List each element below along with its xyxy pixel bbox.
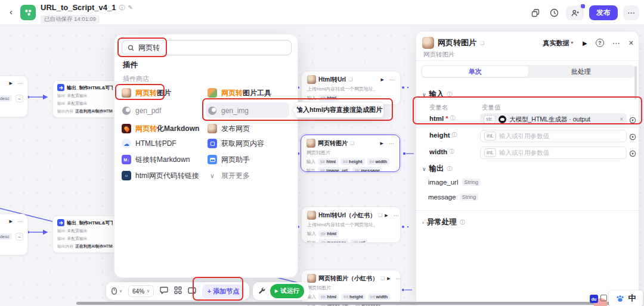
tray-icon[interactable] — [600, 295, 607, 301]
value-input-width[interactable]: int. 输入或引用参数值 — [480, 146, 627, 159]
chevron-down-icon: ∨ — [208, 171, 217, 180]
param-pill: intwidth — [368, 293, 391, 300]
node-more-icon[interactable]: ⋯ — [17, 218, 23, 224]
run-node-icon[interactable]: ▶ — [583, 40, 587, 46]
output-node-icon — [57, 219, 64, 226]
tab-batch[interactable]: 批处理 — [528, 66, 634, 77]
partial-node[interactable]: ▶ ⋯ s_desc − — [0, 214, 28, 255]
node-web2img-xhs[interactable]: 网页转图片（小红书） ❏ ▶ ⋯ 网页转图片 输入 strhtml inthei… — [301, 270, 401, 306]
plugin-item-gen-pdf[interactable]: gen_pdf — [122, 103, 161, 118]
value-input-html[interactable]: str. 大模型_HTML生成器 · output × — [480, 113, 627, 126]
tools-button[interactable] — [258, 286, 265, 296]
row-label: 输出 — [57, 93, 66, 99]
outputs-label: 输出 — [306, 168, 315, 173]
tag-icon: ❏ — [480, 40, 484, 46]
comment-button[interactable] — [160, 286, 168, 296]
node-description: 上传html内容转成一个网页地址。 — [307, 86, 395, 92]
history-icon[interactable] — [547, 7, 561, 20]
edit-title-icon[interactable]: ✎ — [128, 4, 132, 11]
input-section-header[interactable]: ∨ 输入 ⓘ — [422, 89, 453, 99]
horizontal-scrollbar[interactable] — [76, 302, 642, 305]
partial-node[interactable]: ▶ ⋯ s_desc − — [0, 76, 28, 117]
run-node-icon[interactable]: ▶ — [10, 219, 13, 224]
plugin-item-htmlcode2link[interactable]: ‹› html网页代码转链接 — [122, 168, 199, 183]
node-more-icon[interactable]: ⋯ — [389, 77, 395, 83]
clear-value-icon[interactable]: × — [620, 116, 623, 123]
canvas-toolbar: ∨ 64% ∨ + 添加节点 — [106, 282, 249, 300]
node-html2url-xhs[interactable]: Html转Url（小红书） ❏ ▶ ⋯ 上传html内容转成一个网页地址。 输入… — [301, 207, 401, 243]
node-web2img-selected[interactable]: 网页转图片 ❏ ▶ ⋯ 网页转图片 输入 strhtml intheight i… — [301, 135, 400, 172]
ime-language[interactable]: 中 — [628, 293, 636, 304]
chevron-down-icon: ∨ — [422, 92, 426, 98]
plugin-avatar — [307, 274, 316, 283]
plugin-item-fetch-page[interactable]: 获取网页内容 — [208, 136, 264, 151]
close-panel-icon[interactable]: ✕ — [628, 39, 634, 47]
row-value: 未配置输出 — [67, 101, 88, 107]
node-more-icon[interactable]: ⋯ — [394, 213, 399, 218]
paw-icon[interactable] — [616, 295, 624, 302]
add-node-button[interactable]: + 添加节点 — [202, 285, 244, 298]
node-description: 网页转图片 — [306, 149, 394, 156]
plugin-item-web-assistant[interactable]: 网页助手 — [208, 152, 250, 167]
minimap-button[interactable] — [188, 286, 196, 296]
section-plugin-store: 插件商店 — [123, 74, 149, 83]
plugin-item-web2img-tool[interactable]: 网页转图片工具 — [208, 85, 271, 101]
panel-scrollbar[interactable] — [634, 66, 637, 99]
back-button[interactable]: ‹ — [10, 7, 13, 17]
panel-subtitle: 网页转图片 — [423, 51, 455, 59]
output-section-header[interactable]: ∨ 输出 ⓘ — [422, 164, 453, 174]
node-html2url[interactable]: Html转Url ❏ ▶ ⋯ 上传html内容转成一个网页地址。 输入 strh… — [301, 71, 401, 105]
run-node-icon[interactable]: ▶ — [387, 276, 390, 281]
plugin-item-html2pdf[interactable]: ☁ HTML转PDF — [122, 136, 177, 151]
plugin-item-web2markdown[interactable]: 网页转化Markdown — [122, 121, 199, 136]
node-more-icon[interactable]: ⋯ — [17, 80, 23, 86]
reference-toggle-icon[interactable] — [629, 149, 636, 156]
search-icon — [128, 45, 134, 51]
panel-more-icon[interactable]: ⋯ — [612, 39, 620, 48]
tag-icon: ❏ — [348, 77, 352, 82]
search-input[interactable]: 网页转 — [122, 40, 292, 55]
value-input-height[interactable]: int. 输入或引用参数值 — [480, 130, 627, 142]
cursor-mode-button[interactable]: ∨ — [111, 287, 122, 295]
auto-layout-button[interactable] — [174, 286, 182, 296]
section-plugins: 插件 — [123, 60, 138, 70]
publish-button[interactable]: 发布 — [589, 5, 618, 20]
help-icon[interactable]: ? — [596, 39, 604, 47]
more-actions-button[interactable]: ⋯ — [623, 5, 639, 20]
zoom-select[interactable]: 64% ∨ — [128, 285, 154, 297]
field-name-width: width ⓘ — [429, 148, 454, 155]
node-more-icon[interactable]: ⋯ — [396, 276, 401, 282]
data-mode-select[interactable]: 真实数据 ▾ — [543, 39, 574, 48]
plugin-item-link2markdown[interactable]: M↓ 链接转Markdown — [122, 152, 190, 167]
tag-icon: ❏ — [350, 140, 354, 146]
run-node-icon[interactable]: ▶ — [381, 77, 384, 82]
plugin-item-web2img[interactable]: 网页转图片 — [122, 85, 171, 101]
info-icon[interactable]: ⓘ — [119, 4, 125, 12]
plugin-item-publish-page[interactable]: 发布网页 — [208, 121, 250, 136]
node-title: 输出_制作HTML&可下载 — [67, 85, 113, 91]
gen-icon — [208, 106, 217, 115]
param-pill: s_desc — [0, 233, 12, 240]
du-tray-icon[interactable]: du — [590, 295, 598, 303]
node-output-html[interactable]: 输出_制作HTML&可下载 输出未配置输出 输出未配置输出 输出内容正在利用AI… — [52, 216, 117, 253]
run-node-icon[interactable]: ▶ — [385, 213, 388, 218]
duplicate-icon[interactable] — [529, 7, 542, 20]
plugin-avatar — [307, 75, 316, 84]
node-title: 网页转图片（小红书） — [318, 274, 378, 283]
plugin-item-gen-img[interactable]: gen_img — [208, 103, 249, 118]
param-pill: strhtml — [318, 95, 339, 101]
run-node-icon[interactable]: ▶ — [10, 81, 13, 86]
reference-toggle-icon[interactable] — [629, 115, 636, 123]
test-run-button[interactable]: ▶ 试运行 — [270, 284, 304, 298]
reference-toggle-icon[interactable] — [629, 132, 636, 139]
param-pill: intheight — [340, 158, 364, 165]
collapse-button[interactable]: − — [16, 95, 23, 102]
run-node-icon[interactable]: ▶ — [380, 141, 383, 146]
tab-single[interactable]: 单次 — [422, 66, 528, 77]
collaboration-button[interactable] — [566, 6, 584, 20]
node-more-icon[interactable]: ⋯ — [389, 140, 394, 146]
node-output-html[interactable]: 输出_制作HTML&可下载 输出未配置输出 输出未配置输出 输出内容正在利用AI… — [52, 80, 117, 118]
collapse-button[interactable]: − — [16, 233, 23, 241]
error-handling-section-header[interactable]: › 异常处理 ⓘ — [422, 217, 465, 227]
expand-more-item[interactable]: ∨ 展开更多 — [208, 168, 250, 183]
